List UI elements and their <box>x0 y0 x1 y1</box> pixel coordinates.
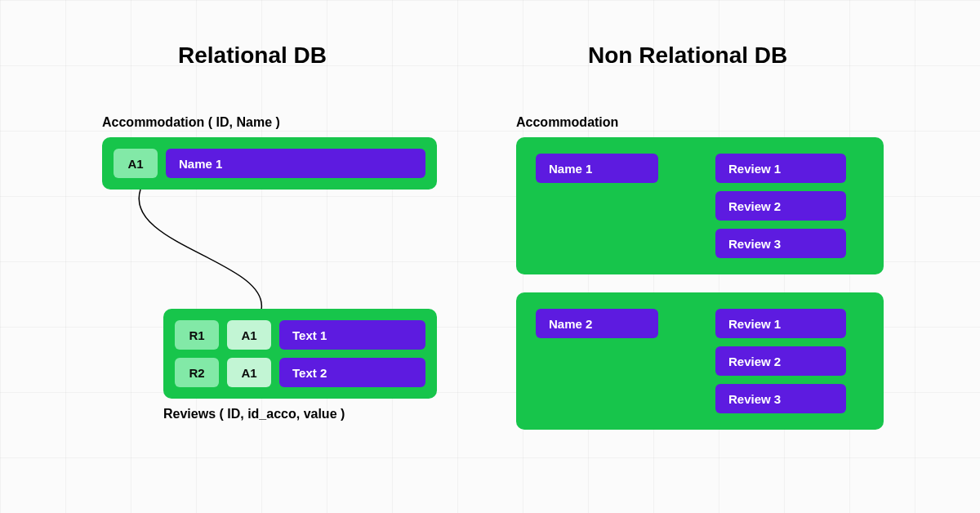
document-name-pill: Name 2 <box>536 309 658 338</box>
document-card: Name 1 Review 1 Review 2 Review 3 <box>516 137 884 274</box>
accommodation-id-chip: A1 <box>114 149 158 178</box>
accommodation-card: A1 Name 1 <box>102 137 437 190</box>
diagram-canvas: Relational DB Accommodation ( ID, Name )… <box>0 0 980 513</box>
document-review-pill: Review 2 <box>715 191 846 221</box>
reviews-card: R1 A1 Text 1 R2 A1 Text 2 <box>163 309 437 399</box>
review-row: R1 A1 Text 1 <box>175 320 425 350</box>
review-text-pill: Text 2 <box>279 358 425 387</box>
document-review-pill: Review 2 <box>715 346 846 376</box>
review-id-chip: R2 <box>175 358 219 387</box>
review-id-chip: R1 <box>175 320 219 350</box>
document-review-pill: Review 3 <box>715 384 846 413</box>
review-acco-chip: A1 <box>227 358 271 387</box>
accommodation-label: Accommodation ( ID, Name ) <box>102 115 280 130</box>
document-review-pill: Review 1 <box>715 309 846 338</box>
review-text-pill: Text 1 <box>279 320 425 350</box>
accommodation-name-pill: Name 1 <box>166 149 425 178</box>
document-name-pill: Name 1 <box>536 154 658 183</box>
reviews-label: Reviews ( ID, id_acco, value ) <box>163 407 345 422</box>
relational-title: Relational DB <box>178 42 327 69</box>
nonrelational-accommodation-label: Accommodation <box>516 115 618 130</box>
document-review-pill: Review 1 <box>715 154 846 183</box>
review-acco-chip: A1 <box>227 320 271 350</box>
document-review-pill: Review 3 <box>715 229 846 258</box>
document-card: Name 2 Review 1 Review 2 Review 3 <box>516 292 884 430</box>
review-row: R2 A1 Text 2 <box>175 358 425 387</box>
nonrelational-title: Non Relational DB <box>588 42 787 69</box>
accommodation-row: A1 Name 1 <box>114 149 425 178</box>
